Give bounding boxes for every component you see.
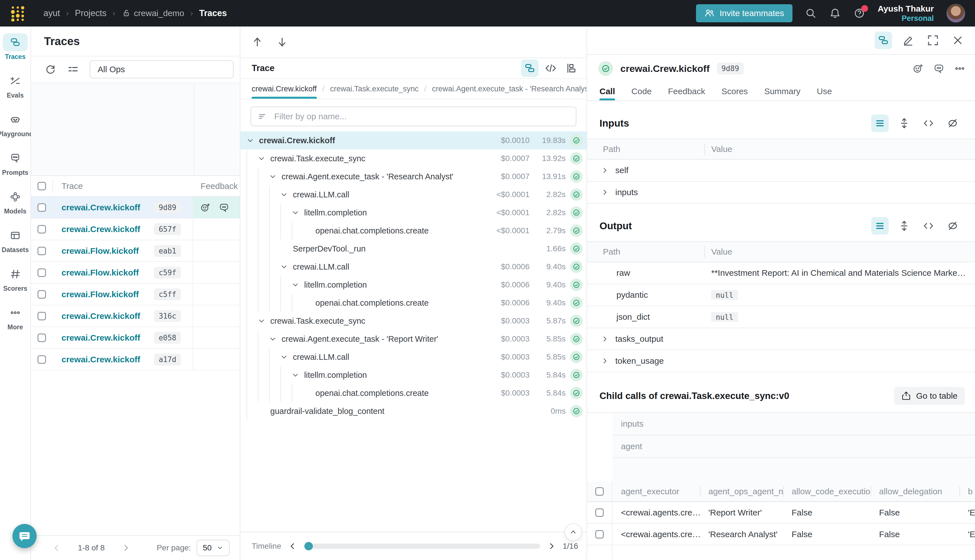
refresh-icon[interactable]	[45, 63, 57, 75]
tab-call[interactable]: Call	[599, 82, 615, 100]
trace-tree-row[interactable]: openai.chat.completions.create $0.00069.…	[240, 294, 586, 312]
row-checkbox[interactable]	[595, 530, 604, 538]
trace-tree-row[interactable]: crewai.Agent.execute_task - 'Report Writ…	[240, 330, 586, 348]
row-checkbox[interactable]	[38, 203, 46, 212]
timeline-prev-icon[interactable]	[289, 542, 297, 550]
chevron-down-icon[interactable]	[269, 173, 282, 180]
trace-tree-row[interactable]: litellm.completion $0.00069.40s	[240, 276, 586, 294]
tab-summary[interactable]: Summary	[764, 82, 800, 100]
table-row[interactable]: <crewai.agents.cre… 'Report Writer' Fals…	[587, 502, 975, 523]
search-icon[interactable]	[805, 7, 817, 19]
trace-tree-row[interactable]: crewai.LLM.call $0.00069.40s	[240, 258, 586, 276]
code-view-icon[interactable]	[920, 115, 937, 132]
chevron-down-icon[interactable]	[292, 209, 304, 216]
chevron-down-icon[interactable]	[292, 372, 304, 379]
help-icon[interactable]	[853, 7, 865, 19]
sidebar-item-datasets[interactable]: Datasets	[2, 227, 29, 254]
hide-eye-icon[interactable]	[944, 115, 962, 132]
list-view-icon[interactable]	[871, 217, 889, 235]
column-header[interactable]: agent_executor	[613, 482, 700, 502]
chevron-down-icon[interactable]	[258, 155, 270, 162]
table-row[interactable]: crewai.Flow.kickoffc5ff	[31, 284, 240, 305]
row-checkbox[interactable]	[595, 508, 604, 517]
column-header[interactable]: agent_ops_agent_nan	[700, 482, 783, 502]
code-view-icon[interactable]	[542, 60, 559, 77]
fullscreen-icon[interactable]	[924, 32, 942, 49]
table-row[interactable]: crewai.Crew.kickoff316c	[31, 305, 240, 327]
ops-filter-select[interactable]: All Ops	[90, 60, 234, 78]
chevron-down-icon[interactable]	[280, 353, 293, 361]
column-header[interactable]: allow_delegation	[871, 482, 960, 502]
chevron-down-icon[interactable]	[247, 137, 259, 144]
wandb-logo-icon[interactable]	[10, 5, 26, 22]
breadcrumb-project[interactable]: crewai_demo	[122, 8, 184, 18]
trace-tree-row[interactable]: crewai.Task.execute_sync $0.000713.92s	[240, 150, 586, 167]
sidebar-item-more[interactable]: More	[3, 304, 28, 331]
collapse-timeline-button[interactable]	[564, 523, 582, 541]
table-row[interactable]: <crewai.agents.cre… 'Research Analyst' F…	[587, 523, 975, 545]
column-header[interactable]: allow_code_execution	[783, 482, 871, 502]
tab-feedback[interactable]: Feedback	[668, 82, 705, 100]
add-reaction-icon[interactable]	[912, 63, 924, 74]
trace-tree-row[interactable]: crewai.Task.execute_sync $0.00035.87s	[240, 312, 586, 330]
next-page-icon[interactable]	[122, 543, 130, 552]
breadcrumb-entity[interactable]: ayut	[43, 8, 60, 18]
filter-settings-icon[interactable]	[67, 63, 79, 75]
stack-crumb[interactable]: crewai.Crew.kickoff	[252, 79, 317, 99]
user-menu[interactable]: Ayush Thakur Personal	[878, 4, 934, 23]
timeline-slider[interactable]	[304, 543, 540, 549]
trace-tree-row[interactable]: crewai.Agent.execute_task - 'Research An…	[240, 167, 586, 185]
row-checkbox[interactable]	[38, 333, 46, 342]
notifications-bell-icon[interactable]	[829, 7, 841, 19]
stack-crumb[interactable]: crewai.Agent.execute_task - 'Research An…	[432, 79, 586, 99]
trace-tree-row[interactable]: SerperDevTool._run 1.66s	[240, 240, 586, 258]
trace-tree-row[interactable]: litellm.completion $0.00035.84s	[240, 366, 586, 384]
chevron-down-icon[interactable]	[269, 335, 282, 343]
breadcrumb-section[interactable]: Projects	[75, 8, 107, 18]
trace-tree-row[interactable]: crewai.LLM.call $0.00035.85s	[240, 348, 586, 366]
sidebar-item-models[interactable]: Models	[3, 188, 28, 215]
invite-teammates-button[interactable]: Invite teammates	[696, 4, 793, 22]
chevron-down-icon[interactable]	[280, 191, 293, 198]
close-icon[interactable]	[949, 32, 967, 49]
sidebar-item-prompts[interactable]: Prompts	[2, 149, 28, 177]
trace-tree-row[interactable]: openai.chat.completions.create $0.00035.…	[240, 384, 586, 402]
select-all-checkbox[interactable]	[38, 182, 46, 190]
stack-crumb[interactable]: crewai.Task.execute_sync	[330, 79, 419, 99]
sidebar-item-evals[interactable]: Evals	[3, 72, 28, 99]
code-view-icon[interactable]	[920, 217, 937, 235]
table-row[interactable]: crewai.Crew.kickoff657f	[31, 218, 240, 240]
chevron-down-icon[interactable]	[292, 281, 304, 288]
row-checkbox[interactable]	[38, 247, 46, 255]
table-row[interactable]: crewai.Flow.kickoffc59f	[31, 262, 240, 284]
per-page-select[interactable]: 50	[197, 540, 230, 556]
prev-trace-up-icon[interactable]	[252, 37, 263, 48]
raw-output-value[interactable]: **Investment Report: AI in Chemical and …	[705, 268, 975, 278]
expand-rows-icon[interactable]	[895, 217, 913, 235]
tree-toggle-icon[interactable]	[875, 32, 892, 49]
hide-eye-icon[interactable]	[944, 217, 962, 235]
chat-support-bubble[interactable]	[12, 524, 37, 548]
timeline-slider-handle[interactable]	[304, 542, 313, 550]
expand-rows-icon[interactable]	[895, 115, 913, 132]
table-row[interactable]: crewai.Crew.kickoff9d89	[31, 197, 240, 218]
column-header-trace[interactable]: Trace	[52, 181, 193, 191]
list-view-icon[interactable]	[871, 115, 889, 132]
add-comment-icon[interactable]	[219, 202, 229, 213]
row-checkbox[interactable]	[38, 290, 46, 298]
sidebar-item-scorers[interactable]: Scorers	[3, 265, 28, 292]
column-header[interactable]: b	[960, 482, 975, 502]
trace-tree-row[interactable]: guardrail-validate_blog_content 0ms	[240, 402, 586, 420]
go-to-table-button[interactable]: Go to table	[894, 387, 965, 405]
trace-tree-row[interactable]: openai.chat.completions.create <$0.00012…	[240, 222, 586, 240]
table-row[interactable]: crewai.Flow.kickoffeab1	[31, 240, 240, 262]
select-all-checkbox[interactable]	[595, 487, 604, 496]
add-comment-icon[interactable]	[933, 63, 945, 74]
trace-tree-row[interactable]: crewai.Crew.kickoff $0.0010 19.83s	[240, 132, 586, 150]
trace-tree-row[interactable]: litellm.completion <$0.00012.82s	[240, 203, 586, 222]
tab-use[interactable]: Use	[817, 82, 832, 100]
row-checkbox[interactable]	[38, 225, 46, 233]
add-reaction-icon[interactable]	[200, 202, 211, 213]
chevron-down-icon[interactable]	[258, 317, 270, 325]
next-trace-down-icon[interactable]	[277, 37, 288, 48]
